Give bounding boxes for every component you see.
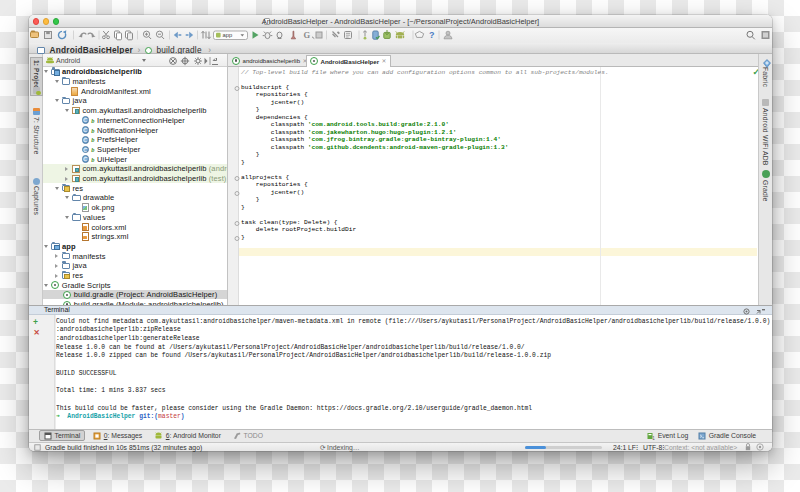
svg-text:?: ?: [429, 30, 435, 40]
svg-text:1: 1: [652, 435, 655, 440]
svg-text:app: app: [223, 32, 233, 38]
svg-text:G: G: [304, 30, 311, 40]
